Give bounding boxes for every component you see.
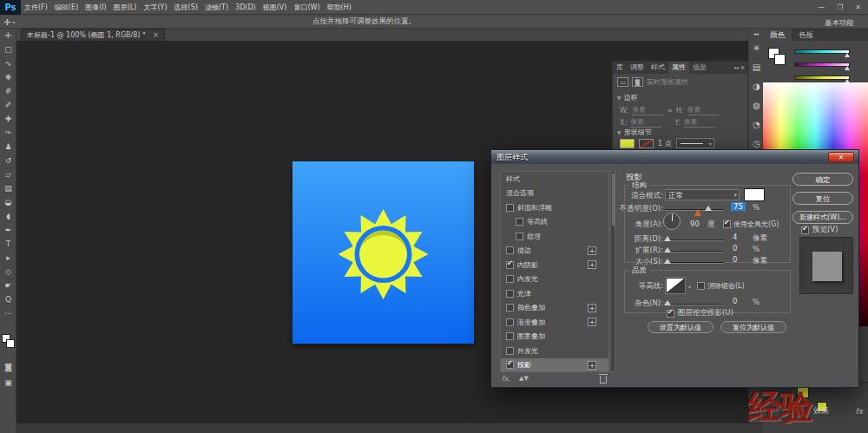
eraser-tool[interactable]: ▱	[0, 167, 16, 181]
fx-badge[interactable]: fx	[856, 407, 864, 416]
eyedropper-tool[interactable]: ✐	[0, 98, 16, 112]
style-checkbox[interactable]	[516, 218, 523, 226]
menu-7[interactable]: 3D(D)	[232, 0, 260, 15]
noise-value[interactable]: 0	[733, 297, 737, 305]
brush-tool[interactable]: ✑	[0, 126, 16, 140]
noise-slider[interactable]	[665, 304, 724, 305]
style-checkbox[interactable]	[506, 290, 514, 298]
reorder-arrows-icon[interactable]: ▲▼	[519, 375, 529, 382]
artwork-image[interactable]	[293, 161, 474, 344]
quick-mask-button[interactable]: ◙	[0, 360, 16, 376]
clone-stamp-tool[interactable]: ♟	[0, 140, 16, 154]
angle-value[interactable]: 90	[690, 220, 700, 228]
restore-button[interactable]: ❐	[837, 3, 843, 11]
style-checkbox[interactable]	[506, 246, 514, 254]
chevron-down-icon[interactable]: ▾	[12, 19, 15, 25]
minimize-button[interactable]: —	[818, 3, 825, 11]
dialog-close-button[interactable]: ✕	[828, 152, 854, 162]
style-item-6[interactable]: 内阴影+	[501, 258, 608, 272]
style-item-12[interactable]: 外发光	[501, 344, 608, 358]
details-section-header[interactable]: ▼形状细节	[617, 128, 652, 137]
style-item-2[interactable]: 斜面和浮雕	[501, 200, 608, 215]
size-value[interactable]: 0	[733, 255, 737, 264]
reset-button[interactable]: 复位	[792, 192, 853, 205]
magenta-slider[interactable]	[794, 59, 864, 72]
menu-3[interactable]: 图层(L)	[110, 0, 141, 15]
mask-props-icon[interactable]: ◙	[632, 77, 643, 87]
x-field[interactable]: 像素	[630, 117, 661, 128]
style-checkbox[interactable]	[506, 304, 514, 312]
props-tab-0[interactable]: 库	[613, 62, 627, 74]
hand-tool[interactable]: ☛	[0, 279, 16, 292]
style-checkbox[interactable]	[506, 332, 514, 340]
libraries-icon[interactable]: ▤	[749, 58, 764, 77]
color-tab-0[interactable]: 颜色	[763, 29, 792, 41]
curves-icon[interactable]: ◑	[749, 77, 764, 96]
ok-button[interactable]: 确定	[792, 173, 853, 186]
styles-icon[interactable]: ◍	[749, 96, 764, 115]
knockout-checkbox[interactable]	[667, 310, 674, 318]
link-dimensions-icon[interactable]: ∞	[667, 107, 673, 115]
shape-props-icon[interactable]: ▭	[617, 77, 628, 87]
style-item-0[interactable]: 样式	[501, 172, 608, 187]
menu-2[interactable]: 图像(I)	[82, 0, 110, 15]
transform-section-header[interactable]: ▼边框	[617, 93, 638, 102]
distance-value[interactable]: 4	[733, 233, 737, 241]
props-tab-3[interactable]: 属性	[668, 62, 689, 74]
menu-4[interactable]: 文字(Y)	[140, 0, 170, 15]
style-checkbox[interactable]	[506, 347, 514, 355]
stroke-type-dropdown[interactable]: ▾	[676, 138, 714, 148]
style-item-3[interactable]: 等高线	[501, 215, 608, 230]
tab-close-icon[interactable]: ×	[153, 30, 159, 41]
size-slider-thumb[interactable]	[664, 259, 671, 264]
style-item-13[interactable]: 投影+	[501, 358, 608, 373]
fill-color-swatch[interactable]	[620, 139, 635, 148]
style-item-11[interactable]: 图案叠加	[501, 330, 608, 344]
background-swatch[interactable]	[774, 54, 786, 65]
style-item-8[interactable]: 光泽	[501, 286, 608, 301]
contour-dropdown-icon[interactable]: ▾	[688, 284, 691, 290]
menu-5[interactable]: 选择(S)	[171, 0, 201, 15]
global-light-checkbox[interactable]	[723, 220, 731, 228]
preview-checkbox[interactable]	[801, 226, 809, 234]
style-checkbox[interactable]	[506, 261, 514, 269]
style-item-10[interactable]: 渐变叠加+	[501, 315, 608, 330]
style-item-5[interactable]: 描边+	[501, 244, 608, 259]
style-checkbox[interactable]	[506, 204, 514, 212]
y-field[interactable]: 像素	[684, 117, 715, 128]
shadow-color-swatch[interactable]	[744, 188, 765, 201]
style-checkbox[interactable]	[506, 361, 514, 369]
path-selection-tool[interactable]: ▸	[0, 251, 16, 265]
opacity-value[interactable]: 75	[731, 202, 746, 211]
style-item-4[interactable]: 纹理	[501, 229, 608, 244]
size-slider[interactable]	[665, 262, 724, 264]
healing-brush-tool[interactable]: ✚	[0, 112, 16, 126]
gradient-tool[interactable]: ▤	[0, 181, 16, 195]
close-button[interactable]: ✕	[855, 3, 861, 11]
style-checkbox[interactable]	[516, 233, 523, 240]
new-style-button[interactable]: 新建样式(W)...	[792, 211, 853, 224]
stroke-color-swatch[interactable]	[639, 139, 654, 148]
add-effect-icon[interactable]: +	[588, 361, 596, 370]
crop-tool[interactable]: #	[0, 84, 16, 98]
background-color[interactable]	[6, 339, 15, 348]
color-panel-swatches[interactable]	[768, 48, 789, 69]
lasso-tool[interactable]: ∿	[0, 56, 16, 70]
menu-9[interactable]: 窗口(W)	[290, 0, 323, 15]
set-default-button[interactable]: 设置为默认值	[648, 321, 713, 333]
props-tab-4[interactable]: 信息	[689, 62, 710, 74]
zoom-tool[interactable]: Q	[0, 292, 16, 306]
style-checkbox[interactable]	[506, 318, 514, 326]
noise-slider-thumb[interactable]	[664, 300, 671, 305]
style-item-9[interactable]: 颜色叠加+	[501, 301, 608, 316]
style-checkbox[interactable]	[506, 275, 514, 283]
expand-panels-icon[interactable]: ◂◂	[749, 29, 763, 39]
spread-slider-thumb[interactable]	[664, 247, 671, 253]
width-field[interactable]: 像素	[632, 105, 663, 115]
move-tool[interactable]: ✛	[0, 29, 16, 43]
spread-value[interactable]: 0	[733, 244, 737, 253]
dialog-title-bar[interactable]: 图层样式	[491, 150, 858, 164]
edit-toolbar-button[interactable]: ⋯	[0, 306, 16, 320]
shape-tool[interactable]: ◇	[0, 265, 16, 279]
color-tab-1[interactable]: 色板	[792, 29, 820, 41]
